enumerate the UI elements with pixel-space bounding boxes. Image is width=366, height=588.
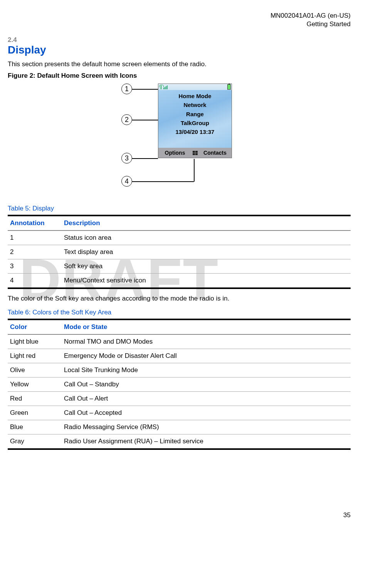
soft-key-bar: Options Contacts: [158, 148, 232, 158]
table-header: Color: [8, 319, 62, 334]
leader-line: [132, 89, 158, 90]
leader-line: [194, 159, 195, 182]
menu-icon: [191, 150, 198, 155]
range-label: Range: [186, 110, 204, 119]
table-row: 1Status icon area: [8, 231, 351, 245]
table-row: Light redEmergency Mode or Disaster Aler…: [8, 349, 351, 363]
leader-line: [132, 158, 158, 159]
soft-key-right: Contacts: [198, 150, 232, 156]
phone-mockup: Home Mode Network Range TalkGroup 13/04/…: [158, 84, 232, 158]
table-6-title: Table 6: Colors of the Soft Key Area: [8, 309, 351, 316]
table-row: OliveLocal Site Trunking Mode: [8, 363, 351, 378]
leader-line: [132, 181, 194, 182]
table-cell: Yellow: [8, 378, 62, 392]
table-cell: Normal TMO and DMO Modes: [62, 334, 351, 349]
table-cell: Red: [8, 392, 62, 406]
datetime-label: 13/04/20 13:37: [176, 127, 215, 136]
table-cell: Menu/Context sensitive icon: [62, 274, 351, 289]
table-row: 2Text display area: [8, 245, 351, 259]
figure-caption: Figure 2: Default Home Screen with Icons: [8, 72, 351, 80]
table-cell: Status icon area: [62, 231, 351, 245]
callout-4: 4: [121, 176, 132, 187]
section-number: 2.4: [8, 36, 351, 44]
table-header: Description: [62, 215, 351, 231]
table-cell: Soft key area: [62, 259, 351, 274]
table-cell: Radio User Assignment (RUA) – Limited se…: [62, 434, 351, 449]
page-number: 35: [8, 511, 351, 519]
table-cell: Radio Messaging Service (RMS): [62, 420, 351, 434]
table-cell: Light blue: [8, 334, 62, 349]
table-row: GrayRadio User Assignment (RUA) – Limite…: [8, 434, 351, 449]
doc-id: MN002041A01-AG (en-US): [8, 12, 351, 20]
table-cell: Blue: [8, 420, 62, 434]
table-cell: Emergency Mode or Disaster Alert Call: [62, 349, 351, 363]
mid-paragraph: The color of the Soft key area changes a…: [8, 294, 351, 303]
table-cell: 3: [8, 259, 62, 274]
callout-3: 3: [121, 153, 132, 164]
table-row: GreenCall Out – Accepted: [8, 406, 351, 420]
table-header: Mode or State: [62, 319, 351, 334]
table-row: YellowCall Out – Standby: [8, 378, 351, 392]
table-row: 3Soft key area: [8, 259, 351, 274]
intro-paragraph: This section presents the default home s…: [8, 60, 351, 69]
table-cell: Light red: [8, 349, 62, 363]
section-title: Display: [8, 44, 351, 56]
table-cell: 4: [8, 274, 62, 289]
page-header: MN002041A01-AG (en-US) Getting Started: [8, 12, 351, 28]
table-cell: Gray: [8, 434, 62, 449]
chapter-name: Getting Started: [8, 20, 351, 28]
table-cell: Call Out – Accepted: [62, 406, 351, 420]
table-5-title: Table 5: Display: [8, 205, 351, 212]
table-6: Color Mode or State Light blueNormal TMO…: [8, 319, 351, 450]
status-bar: [158, 84, 232, 90]
signal-icon: [159, 85, 168, 89]
table-row: Light blueNormal TMO and DMO Modes: [8, 334, 351, 349]
network-label: Network: [183, 100, 206, 109]
table-row: 4Menu/Context sensitive icon: [8, 274, 351, 289]
table-cell: Text display area: [62, 245, 351, 259]
table-5: Annotation Description 1Status icon area…: [8, 215, 351, 289]
leader-line: [132, 120, 158, 120]
home-mode-label: Home Mode: [178, 92, 211, 100]
soft-key-left: Options: [158, 150, 191, 156]
table-header: Annotation: [8, 215, 62, 231]
table-cell: Local Site Trunking Mode: [62, 363, 351, 378]
table-cell: Green: [8, 406, 62, 420]
table-row: RedCall Out – Alert: [8, 392, 351, 406]
table-cell: Olive: [8, 363, 62, 378]
table-cell: 1: [8, 231, 62, 245]
callout-2: 2: [121, 114, 132, 125]
table-cell: 2: [8, 245, 62, 259]
text-display-area: Home Mode Network Range TalkGroup 13/04/…: [158, 90, 232, 148]
table-cell: Call Out – Standby: [62, 378, 351, 392]
table-cell: Call Out – Alert: [62, 392, 351, 406]
callout-1: 1: [121, 84, 132, 94]
figure-2: 1 2 3 4: [8, 84, 351, 195]
talkgroup-label: TalkGroup: [181, 119, 209, 127]
battery-icon: [227, 84, 231, 90]
table-row: BlueRadio Messaging Service (RMS): [8, 420, 351, 434]
